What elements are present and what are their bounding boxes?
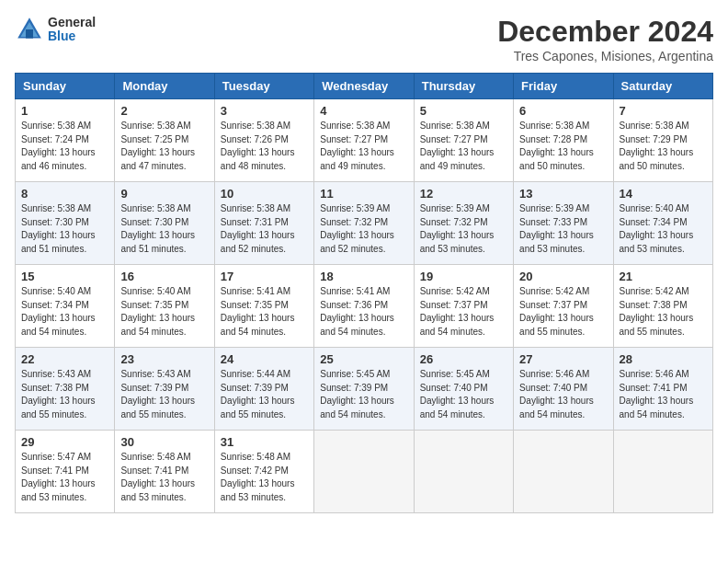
day-number: 13 [519,187,607,201]
day-info: Sunrise: 5:43 AM Sunset: 7:39 PM Dayligh… [120,368,208,421]
day-number: 16 [120,270,208,283]
day-info: Sunrise: 5:45 AM Sunset: 7:39 PM Dayligh… [320,368,407,421]
day-info: Sunrise: 5:38 AM Sunset: 7:30 PM Dayligh… [21,202,108,256]
calendar-day-cell: 1Sunrise: 5:38 AM Sunset: 7:24 PM Daylig… [16,99,115,182]
day-number: 22 [21,352,108,366]
calendar-day-cell: 10Sunrise: 5:38 AM Sunset: 7:31 PM Dayli… [214,182,313,265]
day-info: Sunrise: 5:41 AM Sunset: 7:36 PM Dayligh… [320,285,407,339]
day-info: Sunrise: 5:48 AM Sunset: 7:42 PM Dayligh… [221,451,308,504]
logo-text: General Blue [48,16,96,44]
day-info: Sunrise: 5:42 AM Sunset: 7:38 PM Dayligh… [620,285,707,339]
day-number: 2 [120,104,208,118]
column-header-wednesday: Wednesday [314,74,414,99]
calendar-day-cell: 3Sunrise: 5:38 AM Sunset: 7:26 PM Daylig… [214,99,313,182]
column-header-thursday: Thursday [414,74,513,99]
calendar-day-cell: 29Sunrise: 5:47 AM Sunset: 7:41 PM Dayli… [16,431,115,513]
day-info: Sunrise: 5:43 AM Sunset: 7:38 PM Dayligh… [21,368,108,421]
day-info: Sunrise: 5:40 AM Sunset: 7:34 PM Dayligh… [21,285,108,339]
day-number: 1 [21,104,108,118]
day-info: Sunrise: 5:38 AM Sunset: 7:31 PM Dayligh… [221,202,308,256]
calendar-day-cell: 16Sunrise: 5:40 AM Sunset: 7:35 PM Dayli… [115,265,214,348]
day-number: 3 [221,104,308,118]
calendar-day-cell: 27Sunrise: 5:46 AM Sunset: 7:40 PM Dayli… [514,348,613,431]
logo: General Blue [15,15,96,44]
day-number: 18 [320,270,407,283]
day-info: Sunrise: 5:39 AM Sunset: 7:33 PM Dayligh… [519,202,607,256]
day-info: Sunrise: 5:44 AM Sunset: 7:39 PM Dayligh… [221,368,308,421]
calendar-day-cell: 7Sunrise: 5:38 AM Sunset: 7:29 PM Daylig… [613,99,712,182]
calendar-day-cell: 25Sunrise: 5:45 AM Sunset: 7:39 PM Dayli… [314,348,414,431]
day-number: 6 [519,104,607,118]
calendar-week-row: 22Sunrise: 5:43 AM Sunset: 7:38 PM Dayli… [16,348,713,431]
calendar-day-cell: 26Sunrise: 5:45 AM Sunset: 7:40 PM Dayli… [414,348,513,431]
calendar-day-cell: 21Sunrise: 5:42 AM Sunset: 7:38 PM Dayli… [613,265,712,348]
calendar-day-cell: 9Sunrise: 5:38 AM Sunset: 7:30 PM Daylig… [115,182,214,265]
day-number: 11 [320,187,407,201]
day-info: Sunrise: 5:38 AM Sunset: 7:24 PM Dayligh… [21,120,108,173]
calendar-day-cell: 4Sunrise: 5:38 AM Sunset: 7:27 PM Daylig… [314,99,414,182]
day-info: Sunrise: 5:42 AM Sunset: 7:37 PM Dayligh… [420,285,507,339]
page-header: General Blue December 2024 Tres Capones,… [15,15,713,63]
day-info: Sunrise: 5:42 AM Sunset: 7:37 PM Dayligh… [519,285,607,339]
calendar-day-cell [613,431,712,513]
day-number: 7 [620,104,707,118]
calendar-day-cell: 15Sunrise: 5:40 AM Sunset: 7:34 PM Dayli… [16,265,115,348]
calendar-day-cell: 19Sunrise: 5:42 AM Sunset: 7:37 PM Dayli… [414,265,513,348]
day-info: Sunrise: 5:48 AM Sunset: 7:41 PM Dayligh… [120,451,208,504]
location-subtitle: Tres Capones, Misiones, Argentina [497,49,713,63]
calendar-day-cell: 12Sunrise: 5:39 AM Sunset: 7:32 PM Dayli… [414,182,513,265]
day-number: 14 [620,187,707,201]
column-header-monday: Monday [115,74,214,99]
calendar-week-row: 29Sunrise: 5:47 AM Sunset: 7:41 PM Dayli… [16,431,713,513]
day-number: 9 [120,187,208,201]
calendar-day-cell: 5Sunrise: 5:38 AM Sunset: 7:27 PM Daylig… [414,99,513,182]
title-block: December 2024 Tres Capones, Misiones, Ar… [497,15,713,63]
day-number: 15 [21,270,108,283]
day-info: Sunrise: 5:45 AM Sunset: 7:40 PM Dayligh… [420,368,507,421]
day-number: 30 [120,435,208,449]
column-header-sunday: Sunday [16,74,115,99]
day-number: 12 [420,187,507,201]
day-info: Sunrise: 5:38 AM Sunset: 7:27 PM Dayligh… [320,120,407,173]
calendar-day-cell: 17Sunrise: 5:41 AM Sunset: 7:35 PM Dayli… [214,265,313,348]
calendar-header-row: SundayMondayTuesdayWednesdayThursdayFrid… [16,74,713,99]
day-number: 17 [221,270,308,283]
calendar-day-cell: 30Sunrise: 5:48 AM Sunset: 7:41 PM Dayli… [115,431,214,513]
day-number: 21 [620,270,707,283]
logo-general-text: General [48,16,96,29]
day-number: 5 [420,104,507,118]
day-number: 8 [21,187,108,201]
calendar-day-cell: 28Sunrise: 5:46 AM Sunset: 7:41 PM Dayli… [613,348,712,431]
day-info: Sunrise: 5:47 AM Sunset: 7:41 PM Dayligh… [21,451,108,504]
calendar-day-cell [514,431,613,513]
calendar-day-cell: 22Sunrise: 5:43 AM Sunset: 7:38 PM Dayli… [16,348,115,431]
day-info: Sunrise: 5:40 AM Sunset: 7:35 PM Dayligh… [120,285,208,339]
column-header-saturday: Saturday [613,74,712,99]
calendar-table: SundayMondayTuesdayWednesdayThursdayFrid… [15,73,713,513]
day-info: Sunrise: 5:40 AM Sunset: 7:34 PM Dayligh… [620,202,707,256]
day-info: Sunrise: 5:38 AM Sunset: 7:27 PM Dayligh… [420,120,507,173]
day-number: 27 [519,352,607,366]
day-info: Sunrise: 5:39 AM Sunset: 7:32 PM Dayligh… [320,202,407,256]
day-info: Sunrise: 5:38 AM Sunset: 7:25 PM Dayligh… [120,120,208,173]
calendar-week-row: 1Sunrise: 5:38 AM Sunset: 7:24 PM Daylig… [16,99,713,182]
day-info: Sunrise: 5:39 AM Sunset: 7:32 PM Dayligh… [420,202,507,256]
day-number: 23 [120,352,208,366]
calendar-week-row: 15Sunrise: 5:40 AM Sunset: 7:34 PM Dayli… [16,265,713,348]
logo-icon [15,15,44,44]
logo-blue-text: Blue [48,29,96,43]
calendar-day-cell: 24Sunrise: 5:44 AM Sunset: 7:39 PM Dayli… [214,348,313,431]
day-info: Sunrise: 5:38 AM Sunset: 7:28 PM Dayligh… [519,120,607,173]
calendar-day-cell: 2Sunrise: 5:38 AM Sunset: 7:25 PM Daylig… [115,99,214,182]
calendar-day-cell: 18Sunrise: 5:41 AM Sunset: 7:36 PM Dayli… [314,265,414,348]
day-number: 25 [320,352,407,366]
calendar-day-cell [414,431,513,513]
calendar-day-cell: 11Sunrise: 5:39 AM Sunset: 7:32 PM Dayli… [314,182,414,265]
month-title: December 2024 [497,15,713,49]
column-header-friday: Friday [514,74,613,99]
day-number: 10 [221,187,308,201]
calendar-day-cell: 14Sunrise: 5:40 AM Sunset: 7:34 PM Dayli… [613,182,712,265]
day-info: Sunrise: 5:46 AM Sunset: 7:41 PM Dayligh… [620,368,707,421]
calendar-day-cell [314,431,414,513]
day-number: 26 [420,352,507,366]
